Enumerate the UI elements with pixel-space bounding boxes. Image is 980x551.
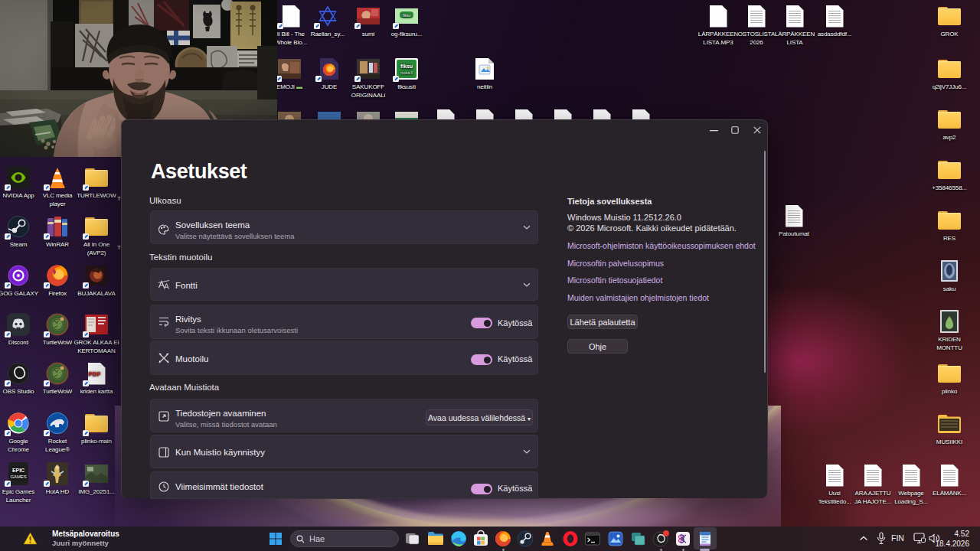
svg-text:ruoka.fi: ruoka.fi <box>400 70 413 75</box>
svg-text:fiksu: fiksu <box>403 13 410 18</box>
svg-text:GAMES: GAMES <box>10 474 26 479</box>
svg-text:fiksu: fiksu <box>400 64 413 69</box>
svg-text:EPIC: EPIC <box>12 468 24 473</box>
